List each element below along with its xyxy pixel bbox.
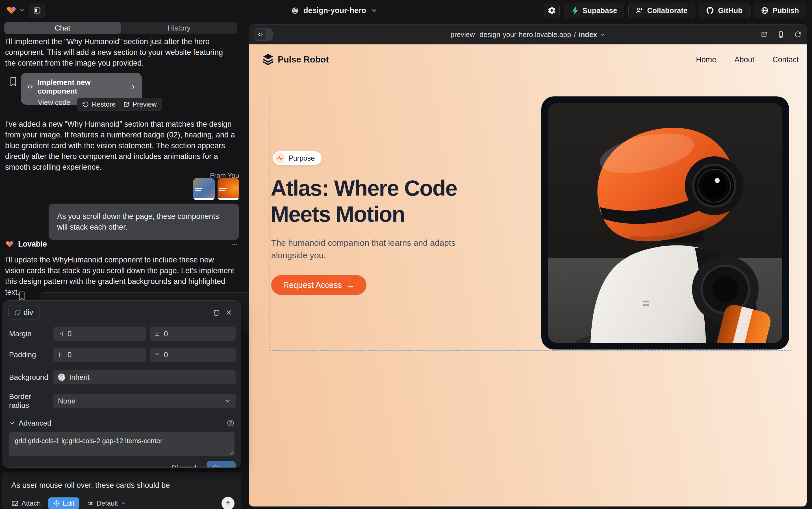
chevron-down-icon [224,398,231,404]
tab-chat[interactable]: Chat [4,22,121,34]
attachment-thumbnail-orange[interactable] [218,178,239,200]
supabase-label: Supabase [583,6,617,15]
ellipsis-icon [230,241,239,248]
globe-icon [291,6,299,14]
request-access-button[interactable]: Request Access → [271,275,366,295]
bookmark-icon[interactable] [9,77,17,87]
attachment-thumbnails [193,178,239,200]
edit-mode-button[interactable]: Edit [48,498,79,509]
border-radius-row: Border radius None [3,392,241,410]
padding-horizontal-input[interactable]: 0 [53,347,146,362]
settings-button[interactable] [544,3,560,18]
advanced-section-toggle[interactable]: Advanced [9,418,234,428]
padding-x-icon [58,352,64,358]
open-in-new-tab-icon[interactable] [760,31,768,38]
background-input[interactable]: Inherit [53,370,236,384]
card-hover-menu: Restore Preview [77,98,162,111]
tab-history[interactable]: History [121,22,237,34]
refresh-icon[interactable] [794,31,802,38]
model-mode-selector[interactable]: Default [87,499,126,507]
pulse-robot-logo-icon [262,54,274,66]
assistant-message: I'll implement the "Why Humanoid" sectio… [5,36,235,68]
pulse-icon [275,153,285,163]
element-selection-icon [15,310,20,315]
preview-toolbar: preview--design-your-hero.lovable.app / … [249,25,807,44]
selected-hero-section[interactable]: Purpose Atlas: Where Code Meets Motion T… [269,95,791,351]
element-tag: div [24,308,33,317]
preview-url-bar[interactable]: preview--design-your-hero.lovable.app / … [451,31,605,39]
delete-element-button[interactable] [210,306,223,319]
project-switcher[interactable]: design-your-hero [291,6,377,15]
background-value: Inherit [69,373,89,382]
margin-x-icon [58,331,64,337]
lovable-logo-menu[interactable] [6,5,25,15]
send-button[interactable] [222,497,234,509]
padding-vertical-input[interactable]: 0 [150,347,236,362]
attachment-thumbnail-blue[interactable] [193,178,215,200]
close-inspector-button[interactable] [223,306,235,319]
transparency-swatch-icon [58,374,65,381]
assistant-header: Lovable [5,240,239,248]
arrow-up-icon [225,500,231,507]
nav-link-home[interactable]: Home [696,56,716,64]
restore-button[interactable]: Restore [82,100,116,108]
image-attach-icon [11,500,19,507]
site-header: Pulse Robot Home About Contact [262,54,799,66]
composer-draft-text[interactable]: As user mouse roll over, these cards sho… [3,472,241,490]
hero-subheading: The humanoid companion that learns and a… [271,237,475,262]
chevron-down-icon [9,420,15,426]
resize-handle[interactable] [228,450,233,454]
external-link-icon [123,101,130,108]
discard-button[interactable]: Discard [172,464,196,468]
padding-vertical-value: 0 [164,350,168,359]
site-nav: Home About Contact [696,56,799,64]
github-button[interactable]: GitHub [699,3,749,18]
collaborate-button[interactable]: Collaborate [628,3,695,18]
margin-vertical-input[interactable]: 0 [150,327,236,341]
chat-composer[interactable]: As user mouse roll over, these cards sho… [3,472,241,509]
arrow-right-icon: → [346,280,355,290]
nav-link-contact[interactable]: Contact [772,56,799,64]
restore-icon [82,101,89,108]
border-radius-select[interactable]: None [53,394,236,408]
padding-label: Padding [9,350,49,359]
app-topbar: design-your-hero Supabase Collaborate [0,0,812,21]
padding-horizontal-value: 0 [68,350,72,359]
site-brand-name: Pulse Robot [278,55,329,65]
trash-icon [213,308,220,316]
site-brand[interactable]: Pulse Robot [262,54,329,66]
composer-toolbar: Attach Edit Default [11,497,234,509]
target-icon [53,500,60,507]
user-message-bubble: As you scroll down the page, these compo… [48,204,239,240]
nav-link-about[interactable]: About [734,56,754,64]
publish-button[interactable]: Publish [754,3,806,18]
restore-label: Restore [92,100,116,108]
attach-button[interactable]: Attach [11,499,41,507]
margin-label: Margin [9,330,49,338]
code-preview-toggle[interactable] [254,28,273,41]
padding-row: Padding 0 0 [3,347,241,362]
margin-vertical-value: 0 [164,330,168,338]
message-options-button[interactable] [230,241,239,248]
mobile-view-icon[interactable] [777,31,785,38]
margin-horizontal-input[interactable]: 0 [53,327,146,341]
purpose-badge-label: Purpose [289,154,315,162]
css-classes-textarea[interactable]: grid grid-cols-1 lg:grid-cols-2 gap-12 i… [9,432,234,456]
collaborate-label: Collaborate [647,6,688,15]
sidebar-toggle-button[interactable] [29,3,45,18]
edit-label: Edit [63,499,74,507]
user-plus-icon [635,6,643,14]
save-button[interactable]: Save [207,461,236,468]
component-card-title: Implement new component [38,78,122,96]
chevron-down-icon [121,501,126,506]
selected-element-chip[interactable]: div [8,305,40,320]
hero-heading: Atlas: Where Code Meets Motion [271,175,502,227]
lovable-heart-icon [5,240,14,248]
supabase-button[interactable]: Supabase [564,3,624,18]
border-radius-value: None [58,397,75,406]
purpose-badge: Purpose [273,151,322,165]
inspector-actions: Discard Save [3,461,241,468]
help-icon[interactable] [227,419,234,427]
bookmark-icon[interactable] [17,291,26,301]
preview-button[interactable]: Preview [123,100,156,108]
